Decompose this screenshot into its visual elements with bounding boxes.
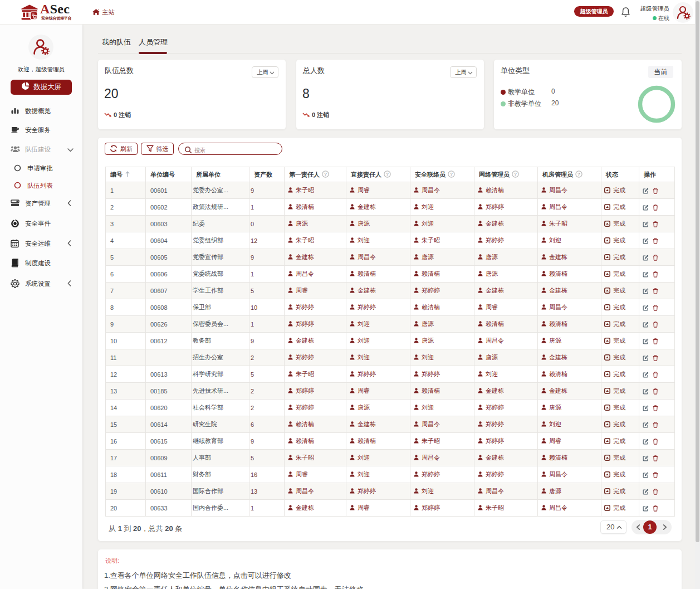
svg-text:?: ? bbox=[577, 172, 580, 177]
svg-text:?: ? bbox=[450, 172, 453, 177]
svg-text:?: ? bbox=[514, 172, 517, 177]
svg-text:?: ? bbox=[324, 172, 327, 177]
svg-text:?: ? bbox=[386, 172, 389, 177]
